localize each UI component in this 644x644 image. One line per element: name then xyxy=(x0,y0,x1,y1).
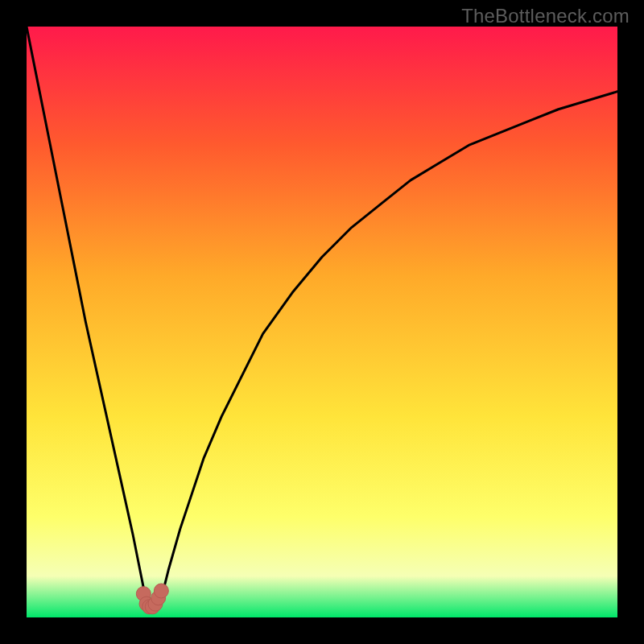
watermark-label: TheBottleneck.com xyxy=(461,5,630,27)
chart-svg xyxy=(27,27,617,617)
chart-frame: TheBottleneck.com xyxy=(0,0,644,644)
minimum-marker xyxy=(154,584,168,598)
gradient-background xyxy=(27,27,617,617)
plot-area xyxy=(27,27,617,617)
